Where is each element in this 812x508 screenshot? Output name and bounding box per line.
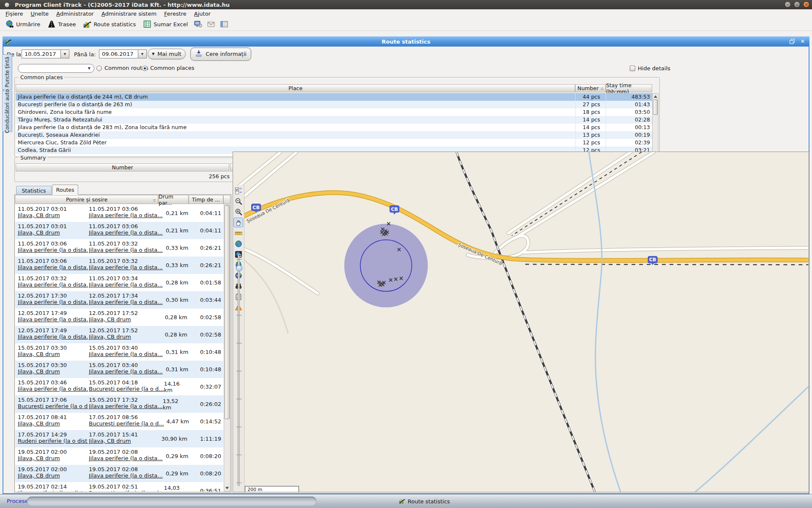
places-scrollbar[interactable] bbox=[652, 93, 658, 156]
column-header-number[interactable]: Number bbox=[575, 84, 606, 92]
zoom-slider-handle[interactable] bbox=[236, 265, 242, 271]
arrival-place-link[interactable]: Jilava periferie (la o dista... bbox=[89, 247, 163, 253]
column-header-place[interactable]: Place bbox=[16, 84, 575, 92]
departure-place-link[interactable]: Jilava periferie (la o dista... bbox=[18, 386, 88, 392]
column-header-departure-arrival[interactable]: Pornire și sosire bbox=[15, 195, 158, 204]
departure-place-link[interactable]: Jilava, CB drum bbox=[18, 212, 88, 218]
departure-place-link[interactable]: Jilava periferie (la o dista... bbox=[18, 247, 88, 253]
route-row[interactable]: 19.05.2017 02:14 Jilava periferie (la o … bbox=[15, 482, 223, 491]
departure-place-link[interactable]: Jilava, CB drum bbox=[18, 472, 88, 479]
common-places-row[interactable]: Târgu Mureș, Strada Retezatului14 pcs02:… bbox=[16, 116, 652, 124]
toolbar-panels-button[interactable] bbox=[218, 19, 230, 30]
route-row[interactable]: 15.05.2017 03:46 Jilava periferie (la o … bbox=[15, 378, 223, 395]
route-row[interactable]: 11.05.2017 03:01 Jilava, CB drum 11.05.2… bbox=[15, 222, 223, 239]
arrival-place-link[interactable]: Jilava periferie (la o dista... bbox=[89, 282, 163, 288]
departure-place-link[interactable]: Jilava, CB drum bbox=[18, 368, 88, 375]
toolbar-devices-button[interactable] bbox=[192, 19, 204, 30]
to-date-dropdown[interactable]: ▼ bbox=[138, 50, 147, 58]
map-tool-zoom-in[interactable] bbox=[233, 207, 243, 217]
route-row[interactable]: 15.05.2017 03:30 Jilava, CB drum 15.05.2… bbox=[15, 361, 223, 378]
arrival-place-link[interactable]: București periferie (la o d... bbox=[89, 490, 164, 491]
departure-place-link[interactable]: Jilava periferie (la o dista... bbox=[18, 334, 88, 340]
common-places-row[interactable]: Jilava periferie (la o distanță de 283 m… bbox=[16, 124, 652, 131]
toolbar-routes-button[interactable]: Trasee bbox=[44, 19, 79, 30]
toolbar-excel-summary-button[interactable]: Sumar Excel bbox=[140, 19, 191, 30]
common-places-row[interactable]: București periferie (la o distanță de 26… bbox=[16, 101, 652, 108]
menu-item[interactable]: Administrare sistem bbox=[98, 10, 160, 18]
menu-item[interactable]: Fișiere bbox=[2, 10, 27, 18]
menu-item[interactable]: Ajutor bbox=[190, 10, 214, 18]
route-row[interactable]: 17.05.2017 08:41 Jilava, CB drum 17.05.2… bbox=[15, 413, 223, 430]
from-date-dropdown[interactable]: ▼ bbox=[61, 50, 69, 58]
menu-item[interactable]: Ferestre bbox=[160, 10, 190, 18]
to-date-input[interactable]: 09.06.2017 bbox=[99, 50, 138, 58]
arrival-place-link[interactable]: Jilava periferie (la o dista... bbox=[89, 351, 163, 357]
route-row[interactable]: 12.05.2017 17:30 Jilava periferie (la o … bbox=[15, 291, 223, 309]
common-places-row[interactable]: Jilava periferie (la o distanță de 244 m… bbox=[16, 93, 652, 101]
route-row[interactable]: 11.05.2017 03:32 Jilava periferie (la o … bbox=[15, 274, 223, 291]
toolbar-route-statistics-button[interactable]: Route statistics bbox=[80, 19, 139, 30]
arrival-place-link[interactable]: Jilava periferie (la o dista... bbox=[89, 264, 163, 271]
arrival-place-link[interactable]: Jilava periferie (la o dista... bbox=[89, 455, 163, 461]
arrival-place-link[interactable]: București periferie (la o d... bbox=[89, 420, 164, 427]
departure-place-link[interactable]: Jilava periferie (la o dista... bbox=[18, 316, 88, 323]
departure-place-link[interactable]: București periferie (la o d... bbox=[18, 403, 88, 409]
map-tool-zoom-out[interactable] bbox=[233, 196, 243, 206]
scrollbar-thumb[interactable] bbox=[653, 99, 658, 115]
sidebar-tab-drivers[interactable]: Conducători auto bbox=[2, 91, 12, 132]
mdi-titlebar[interactable]: Route statistics ✕ bbox=[3, 36, 809, 47]
request-info-button[interactable]: Cere informații bbox=[190, 47, 251, 61]
hide-details-checkbox[interactable] bbox=[630, 66, 635, 71]
arrival-place-link[interactable]: Jilava periferie (la o dista... bbox=[89, 229, 163, 236]
arrival-place-link[interactable]: Jilava, CB drum bbox=[89, 438, 161, 444]
column-header-distance[interactable]: Drum par... bbox=[158, 195, 189, 204]
minimize-button[interactable]: – bbox=[785, 1, 791, 8]
departure-place-link[interactable]: Rudeni periferie (la o dist... bbox=[18, 438, 88, 444]
route-row[interactable]: 12.05.2017 17:49 Jilava periferie (la o … bbox=[15, 326, 223, 343]
sidebar-tab-target-points[interactable]: Puncte țintă bbox=[2, 54, 12, 90]
route-row[interactable]: 11.05.2017 03:06 Jilava periferie (la o … bbox=[15, 239, 223, 257]
departure-place-link[interactable]: Jilava periferie (la o dista... bbox=[18, 299, 88, 305]
map-zoom-slider[interactable] bbox=[238, 255, 240, 486]
arrival-place-link[interactable]: Jilava, CB drum bbox=[89, 316, 161, 323]
common-places-row[interactable]: Miercurea Ciuc, Strada Zöld Péter12 pcs0… bbox=[16, 139, 652, 146]
route-row[interactable]: 19.05.2017 02:00 Jilava, CB drum 19.05.2… bbox=[15, 465, 223, 482]
departure-place-link[interactable]: Jilava, CB drum bbox=[18, 229, 88, 236]
arrival-place-link[interactable]: Jilava periferie (la o dista... bbox=[89, 212, 163, 218]
more-button[interactable]: ▼ Mai mult bbox=[148, 49, 186, 59]
map-tool-ruler[interactable] bbox=[233, 228, 243, 238]
route-row[interactable]: 15.05.2017 03:30 Jilava, CB drum 15.05.2… bbox=[15, 343, 223, 361]
menu-item[interactable]: Administrator bbox=[52, 10, 98, 18]
restore-icon[interactable] bbox=[788, 38, 795, 45]
summary-header-number[interactable]: Number bbox=[16, 163, 229, 171]
close-button[interactable]: × bbox=[803, 1, 809, 8]
tab-routes[interactable]: Routes bbox=[52, 185, 78, 195]
maximize-button[interactable]: ▫ bbox=[794, 1, 800, 8]
arrival-place-link[interactable]: Jilava, CB drum bbox=[89, 334, 161, 340]
from-date-input[interactable]: 10.05.2017 bbox=[22, 50, 61, 58]
arrival-place-link[interactable]: Jilava periferie (la o dista... bbox=[89, 403, 163, 409]
departure-place-link[interactable]: Jilava, CB drum bbox=[18, 351, 88, 357]
arrival-place-link[interactable]: Jilava periferie (la o dista... bbox=[89, 299, 163, 305]
common-places-radio[interactable] bbox=[142, 66, 148, 71]
departure-place-link[interactable]: Jilava, CB drum bbox=[18, 420, 88, 427]
tab-statistics[interactable]: Statistics bbox=[16, 186, 52, 195]
column-header-duration[interactable]: Timp de ... bbox=[189, 195, 223, 204]
common-places-row[interactable]: București, Șoseaua Alexandriei13 pcs00:1… bbox=[16, 131, 652, 139]
departure-place-link[interactable]: Jilava periferie (la o dista... bbox=[18, 490, 88, 491]
common-routes-radio[interactable] bbox=[96, 66, 102, 71]
routes-scrollbar[interactable] bbox=[224, 204, 230, 491]
map-tool-pan[interactable] bbox=[233, 218, 243, 227]
route-row[interactable]: 11.05.2017 03:01 Jilava, CB drum 11.05.2… bbox=[15, 204, 223, 222]
map-tool-globe[interactable] bbox=[233, 239, 243, 248]
route-row[interactable]: 17.05.2017 14:29 Rudeni periferie (la o … bbox=[15, 430, 223, 447]
chevron-down-icon[interactable]: ▼ bbox=[88, 66, 91, 70]
arrival-place-link[interactable]: București periferie (la o d... bbox=[89, 386, 164, 392]
route-row[interactable]: 12.05.2017 17:49 Jilava periferie (la o … bbox=[15, 309, 223, 326]
arrival-place-link[interactable]: Jilava periferie (la o dista... bbox=[89, 472, 163, 479]
place-filter-combobox[interactable]: ▼ bbox=[18, 64, 94, 73]
route-row[interactable]: 19.05.2017 02:00 Jilava, CB drum 19.05.2… bbox=[15, 447, 223, 465]
departure-place-link[interactable]: Jilava, CB drum bbox=[18, 455, 88, 461]
route-row[interactable]: 15.05.2017 17:06 București periferie (la… bbox=[15, 395, 223, 413]
departure-place-link[interactable]: Jilava periferie (la o dista... bbox=[18, 282, 88, 288]
